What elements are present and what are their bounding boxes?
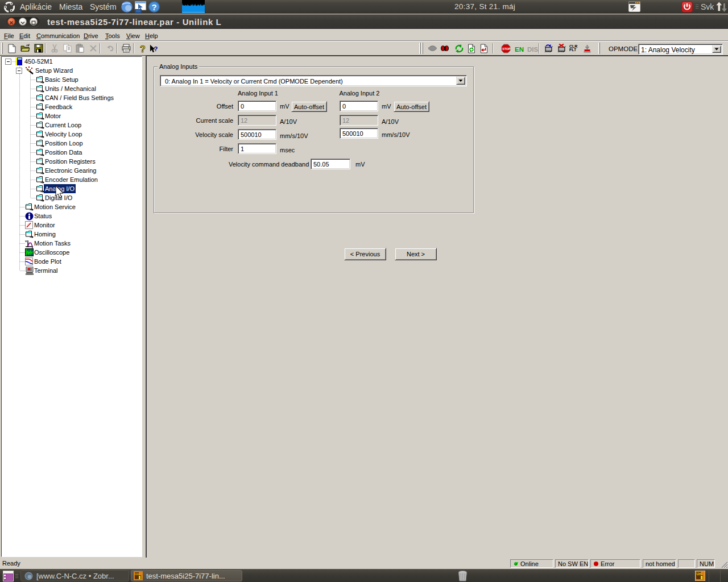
svg-text:STOP: STOP	[502, 47, 511, 51]
svg-text:v: v	[25, 239, 27, 243]
svg-text:?: ?	[152, 2, 157, 12]
svg-text:Un: Un	[696, 572, 701, 576]
svg-text:Un: Un	[135, 572, 139, 576]
svg-text:?: ?	[154, 45, 158, 52]
svg-text:?: ?	[140, 44, 146, 53]
